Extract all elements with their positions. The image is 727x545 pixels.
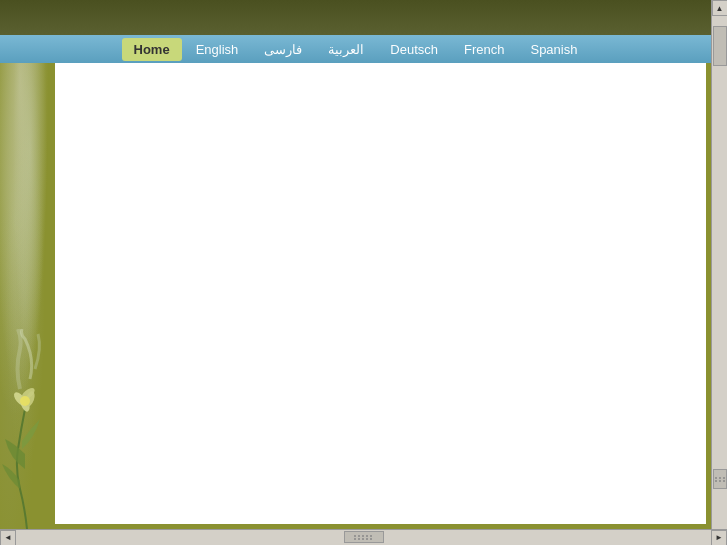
nav-item-french[interactable]: French [452, 38, 516, 61]
nav-item-farsi[interactable]: فارسی [252, 38, 314, 61]
browser-frame: Home English فارسی العربية Deutsch Frenc… [0, 0, 727, 545]
scroll-left-button[interactable]: ◄ [0, 530, 16, 546]
nav-item-deutsch[interactable]: Deutsch [378, 38, 450, 61]
grip-dots-bottom [354, 535, 373, 540]
nav-item-home[interactable]: Home [122, 38, 182, 61]
content-area [55, 63, 706, 524]
grip-dots-right [715, 477, 726, 482]
nav-item-spanish[interactable]: Spanish [518, 38, 589, 61]
plant-icon [0, 329, 55, 529]
main-content: Home English فارسی العربية Deutsch Frenc… [0, 0, 711, 529]
scrollbar-right: ▲ ▼ [711, 0, 727, 545]
scrollbar-bottom: ◄ ► [0, 529, 727, 545]
scroll-up-button[interactable]: ▲ [712, 0, 728, 16]
svg-point-4 [20, 396, 30, 406]
scrollbar-grip-bottom[interactable] [344, 531, 384, 543]
scroll-right-button[interactable]: ► [711, 530, 727, 546]
nav-item-arabic[interactable]: العربية [316, 38, 376, 61]
scrollbar-track-bottom[interactable] [16, 530, 711, 545]
scrollbar-track-right[interactable] [712, 16, 727, 529]
nav-item-english[interactable]: English [184, 38, 251, 61]
top-bar [0, 0, 711, 35]
left-decoration [0, 0, 60, 529]
scrollbar-thumb-right[interactable] [713, 26, 727, 66]
scrollbar-grip-right[interactable] [713, 469, 727, 489]
navbar: Home English فارسی العربية Deutsch Frenc… [0, 35, 711, 63]
